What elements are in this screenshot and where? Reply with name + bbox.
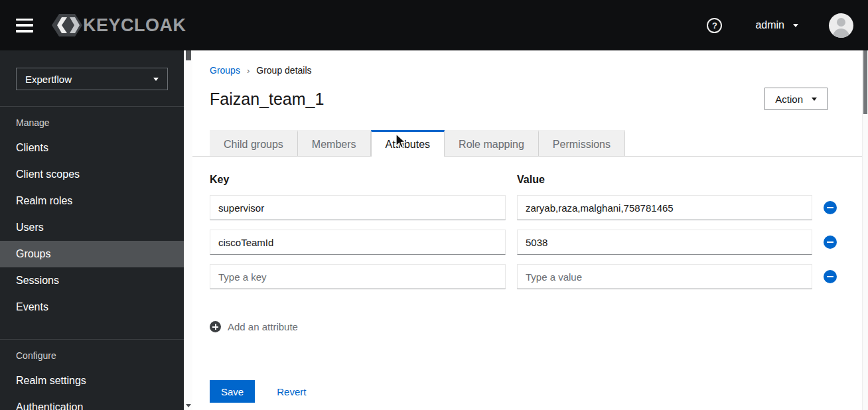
avatar-icon — [833, 29, 849, 38]
attribute-value-input-0[interactable] — [517, 195, 812, 220]
page-scrollbar[interactable] — [862, 50, 868, 410]
tab-members[interactable]: Members — [298, 130, 371, 157]
help-button[interactable]: ? — [707, 18, 722, 33]
hamburger-icon — [16, 19, 33, 21]
scrollbar-thumb[interactable] — [863, 50, 867, 114]
remove-attribute-button-0[interactable] — [824, 201, 837, 214]
breadcrumb-separator: › — [247, 66, 250, 76]
tab-child-groups[interactable]: Child groups — [210, 130, 298, 157]
chevron-down-icon — [153, 78, 159, 81]
value-column-header: Value — [517, 174, 812, 186]
sidebar: Expertflow Manage Clients Client scopes … — [0, 50, 184, 410]
add-attribute-button[interactable]: Add an attribute — [210, 321, 298, 332]
user-avatar[interactable] — [829, 13, 853, 38]
main-content: Groups › Group details Faizan_team_1 Act… — [192, 50, 862, 410]
help-icon: ? — [712, 21, 717, 31]
attributes-table: Key Value — [210, 174, 862, 289]
save-button[interactable]: Save — [210, 380, 255, 403]
app-root: KEYCLOAK ? admin Expertflow Manage — [0, 0, 868, 410]
sidebar-item-users[interactable]: Users — [0, 214, 184, 241]
nav-section-configure-label: Configure — [0, 340, 184, 368]
breadcrumb-link-groups[interactable]: Groups — [210, 65, 240, 76]
attribute-key-input-new[interactable] — [210, 264, 506, 289]
plus-circle-icon — [210, 321, 221, 332]
keycloak-logo: KEYCLOAK — [52, 14, 186, 36]
sidebar-item-realm-roles[interactable]: Realm roles — [0, 188, 184, 214]
attribute-value-input-1[interactable] — [517, 230, 812, 255]
realm-selector-label: Expertflow — [25, 74, 72, 85]
attribute-key-input-1[interactable] — [210, 230, 506, 255]
remove-attribute-button-1[interactable] — [824, 236, 837, 249]
tab-attributes[interactable]: Attributes — [371, 130, 445, 157]
chevron-down-icon — [812, 98, 817, 101]
sidebar-item-sessions[interactable]: Sessions — [0, 267, 184, 294]
sidebar-scrollbar[interactable] — [184, 50, 192, 410]
breadcrumb: Groups › Group details — [192, 50, 862, 76]
key-column-header: Key — [210, 174, 506, 186]
remove-attribute-button-new[interactable] — [824, 270, 837, 283]
avatar-icon — [837, 18, 845, 27]
form-actions: Save Revert — [210, 380, 862, 403]
sidebar-toggle-button[interactable] — [16, 19, 33, 33]
sidebar-item-clients[interactable]: Clients — [0, 135, 184, 161]
hamburger-icon — [16, 24, 33, 27]
scrollbar-down-arrow-icon[interactable] — [186, 404, 191, 407]
page-title: Faizan_team_1 — [210, 89, 324, 109]
breadcrumb-current: Group details — [256, 65, 311, 76]
brand-text: KEYCLOAK — [83, 15, 186, 36]
sidebar-item-events[interactable]: Events — [0, 294, 184, 320]
attribute-value-input-new[interactable] — [517, 264, 812, 289]
sidebar-item-client-scopes[interactable]: Client scopes — [0, 161, 184, 188]
nav-section-manage-label: Manage — [0, 107, 184, 135]
hamburger-icon — [16, 30, 33, 33]
add-attribute-label: Add an attribute — [228, 321, 298, 332]
action-dropdown-button[interactable]: Action — [764, 88, 828, 110]
scrollbar-thumb[interactable] — [186, 50, 191, 60]
action-label: Action — [775, 94, 803, 105]
sidebar-item-realm-settings[interactable]: Realm settings — [0, 368, 184, 394]
chevron-down-icon — [793, 24, 798, 27]
title-row: Faizan_team_1 Action — [192, 76, 862, 110]
revert-button[interactable]: Revert — [277, 386, 306, 397]
username-label: admin — [755, 19, 784, 31]
tabs: Child groups Members Attributes Role map… — [192, 130, 862, 157]
tab-role-mapping[interactable]: Role mapping — [445, 130, 539, 157]
sidebar-item-groups[interactable]: Groups — [0, 241, 184, 267]
sidebar-item-authentication[interactable]: Authentication — [0, 394, 184, 410]
topbar-right: ? admin — [707, 13, 853, 38]
attribute-key-input-0[interactable] — [210, 195, 506, 220]
tab-permissions[interactable]: Permissions — [539, 130, 625, 157]
user-menu-button[interactable]: admin — [755, 19, 798, 31]
realm-selector[interactable]: Expertflow — [16, 68, 168, 90]
topbar: KEYCLOAK ? admin — [0, 0, 868, 50]
keycloak-logo-icon — [52, 14, 82, 36]
page-body: Expertflow Manage Clients Client scopes … — [0, 50, 868, 410]
